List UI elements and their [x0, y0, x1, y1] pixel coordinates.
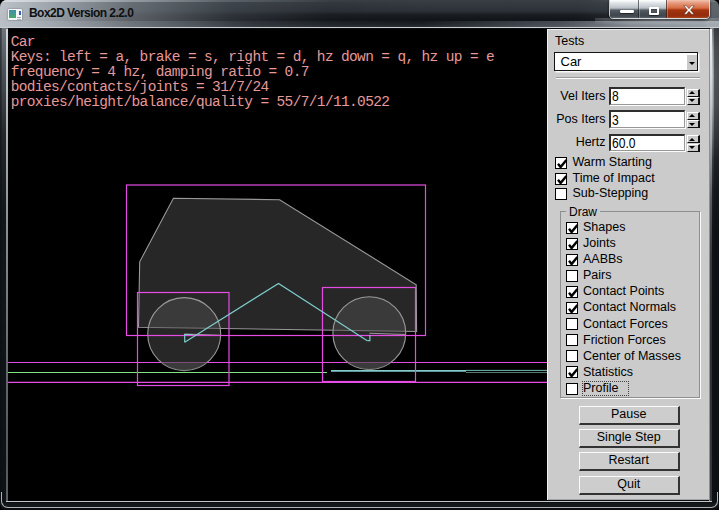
svg-text:proxies/height/balance/quality: proxies/height/balance/quality = 55/7/1/… [11, 94, 390, 110]
svg-text:Car: Car [11, 34, 35, 50]
svg-text:frequency = 4 hz, damping rati: frequency = 4 hz, damping ratio = 0.7 [11, 64, 309, 80]
svg-text:Keys: left = a, brake = s, rig: Keys: left = a, brake = s, right = d, hz… [11, 49, 494, 65]
svg-text:bodies/contacts/joints = 31/7/: bodies/contacts/joints = 31/7/24 [11, 79, 269, 95]
